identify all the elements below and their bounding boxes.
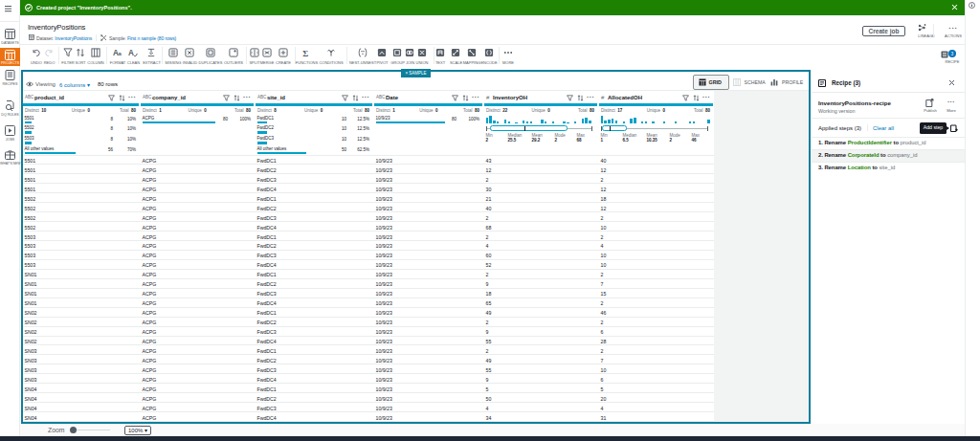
svg-text:A: A	[128, 49, 134, 57]
svg-text:Σ: Σ	[302, 49, 308, 57]
svg-text:a: a	[118, 51, 122, 56]
